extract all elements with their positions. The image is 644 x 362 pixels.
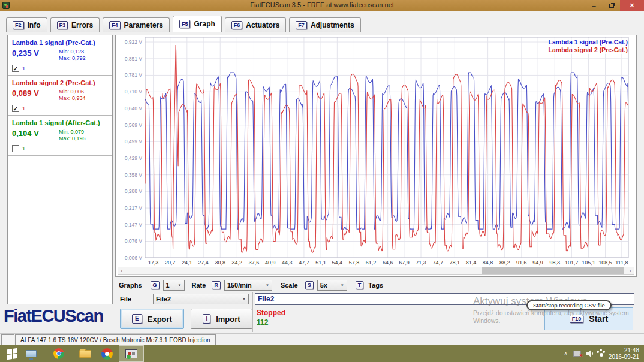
svg-text:94,9: 94,9 (532, 260, 543, 266)
taskbar-item-settings[interactable] (98, 345, 115, 362)
signal-item-lambda1-aftercat: Lambda 1 signal (After-Cat.) 0,104 V Min… (8, 116, 112, 156)
file-label: File (120, 295, 131, 303)
system-tray: ∧ × 21:48 2016-09-21 (564, 345, 639, 362)
signal-max: Max: 0,196 (59, 135, 86, 141)
signal-name: Lambda signal 2 (Pre-Cat.) (12, 79, 108, 86)
taskbar-item-fiatecuscan-active[interactable] (119, 345, 144, 362)
svg-text:20,7: 20,7 (165, 260, 176, 266)
svg-text:71,3: 71,3 (416, 260, 426, 266)
scroll-left-icon[interactable]: ‹ (118, 267, 125, 274)
signal-minmax: Min: 0,079 Max: 0,196 (59, 129, 86, 142)
fiatecuscan-logo: FiatECUScan (4, 306, 103, 326)
svg-text:44,3: 44,3 (282, 260, 293, 266)
scale-label: Scale (281, 282, 298, 289)
scrollbar-thumb[interactable] (482, 267, 624, 274)
file-select[interactable]: File2 ▼ (153, 294, 249, 304)
tab-info[interactable]: F2 Info (6, 17, 47, 32)
fiatecuscan-icon (125, 349, 137, 358)
axis-labels: 0,922 V0,851 V0,781 V0,710 V0,640 V0,569… (125, 39, 628, 266)
export-button[interactable]: E Export (120, 309, 184, 329)
speaker-icon[interactable] (586, 350, 594, 357)
graph-hscrollbar[interactable]: ‹ › (118, 267, 634, 275)
signal-checkbox[interactable]: ✓ (12, 105, 19, 112)
scrollbar-track[interactable] (125, 267, 627, 274)
scale-select[interactable]: 5x ▼ (317, 280, 347, 291)
tab-graph[interactable]: F5 Graph (173, 16, 222, 32)
svg-text:30,8: 30,8 (215, 260, 225, 266)
svg-text:61,2: 61,2 (366, 260, 377, 266)
tab-adjustments[interactable]: F7 Adjustments (289, 17, 360, 32)
svg-text:0,358 V: 0,358 V (125, 172, 143, 178)
svg-text:108,5: 108,5 (598, 260, 612, 266)
tray-app-icon[interactable] (600, 353, 603, 357)
tab-key-badge: F3 (57, 21, 68, 29)
chart-canvas[interactable]: 0,922 V0,851 V0,781 V0,710 V0,640 V0,569… (116, 35, 636, 267)
legend-lambda2-precat: Lambda signal 2 (Pre-Cat.) (549, 46, 628, 54)
graphs-label: Graphs (119, 282, 142, 289)
svg-text:81,4: 81,4 (466, 260, 477, 266)
signal-name: Lambda 1 signal (After-Cat.) (12, 119, 108, 126)
restore-icon (609, 4, 614, 8)
svg-text:0,569 V: 0,569 V (125, 122, 143, 128)
computer-icon (26, 350, 37, 357)
sample-counter: 112 (257, 318, 268, 327)
tab-parameters[interactable]: F4 Parameters (103, 17, 170, 32)
series-line-0 (145, 73, 628, 229)
start-menu-button[interactable] (4, 345, 20, 362)
tab-errors[interactable]: F3 Errors (50, 17, 100, 32)
tags-label: Tags (368, 282, 383, 289)
signal-value: 0,235 V (12, 49, 59, 62)
rate-label: Rate (192, 282, 206, 289)
taskbar-clock[interactable]: 21:48 2016-09-21 (609, 347, 639, 360)
signal-minmax: Min: 0,006 Max: 0,934 (59, 89, 86, 102)
chevron-down-icon: ▼ (266, 283, 269, 287)
svg-text:0,640 V: 0,640 V (125, 105, 143, 111)
windows-logo-icon (7, 348, 17, 359)
svg-text:0,499 V: 0,499 V (125, 138, 143, 144)
rate-select[interactable]: 150/min ▼ (224, 280, 272, 291)
scale-select-value: 5x (320, 282, 327, 289)
svg-text:54,4: 54,4 (332, 260, 343, 266)
svg-text:40,9: 40,9 (265, 260, 276, 266)
minimize-button[interactable]: – (585, 0, 603, 11)
taskbar-item-explorer[interactable] (77, 345, 94, 362)
network-error-icon[interactable]: × (573, 351, 581, 357)
taskbar-item-chrome[interactable] (50, 345, 67, 362)
titlebar: FiatECUScan 3.5 - FREE at www.fiatecusca… (0, 0, 644, 11)
svg-text:24,1: 24,1 (182, 260, 192, 266)
svg-text:67,9: 67,9 (399, 260, 410, 266)
rate-select-value: 150/min (227, 282, 252, 289)
signal-value: 0,089 V (12, 89, 59, 102)
svg-text:0,006 V: 0,006 V (125, 255, 143, 261)
svg-text:0,076 V: 0,076 V (125, 238, 143, 244)
taskbar-item-computer[interactable] (23, 345, 40, 362)
statusbar-empty-cell (1, 334, 14, 345)
graphs-key-badge[interactable]: G (151, 281, 160, 289)
svg-text:0,710 V: 0,710 V (125, 89, 143, 95)
tab-label: Adjustments (311, 21, 354, 29)
panel-divider (252, 292, 253, 332)
scale-key-badge[interactable]: S (305, 281, 314, 289)
restore-button[interactable] (603, 0, 620, 11)
svg-text:34,2: 34,2 (232, 260, 243, 266)
svg-text:105,1: 105,1 (582, 260, 595, 266)
signal-checkbox[interactable]: ✓ (12, 65, 19, 72)
svg-text:88,2: 88,2 (499, 260, 510, 266)
tray-expand-icon[interactable]: ∧ (564, 351, 568, 357)
tab-key-badge: F7 (296, 21, 307, 29)
rate-key-badge[interactable]: R (212, 281, 221, 289)
signal-checkbox[interactable] (12, 145, 19, 152)
graphs-select[interactable]: 1 ▼ (163, 280, 185, 291)
import-button[interactable]: I Import (191, 309, 252, 329)
svg-text:0,781 V: 0,781 V (125, 72, 143, 78)
graph-controls-row: Graphs G 1 ▼ Rate R 150/min ▼ Scale S 5x… (115, 278, 637, 292)
graph-panel: 0,922 V0,851 V0,781 V0,710 V0,640 V0,569… (115, 35, 637, 277)
tags-key-badge[interactable]: T (356, 281, 364, 289)
signal-max: Max: 0,792 (59, 55, 86, 61)
gear-icon (101, 348, 113, 360)
error-x-icon: × (580, 353, 583, 358)
close-button[interactable]: × (620, 0, 644, 11)
chart-legend: Lambda 1 signal (Pre-Cat.) Lambda signal… (549, 38, 628, 54)
scroll-right-icon[interactable]: › (627, 267, 634, 274)
tab-actuators[interactable]: F6 Actuators (225, 17, 287, 32)
